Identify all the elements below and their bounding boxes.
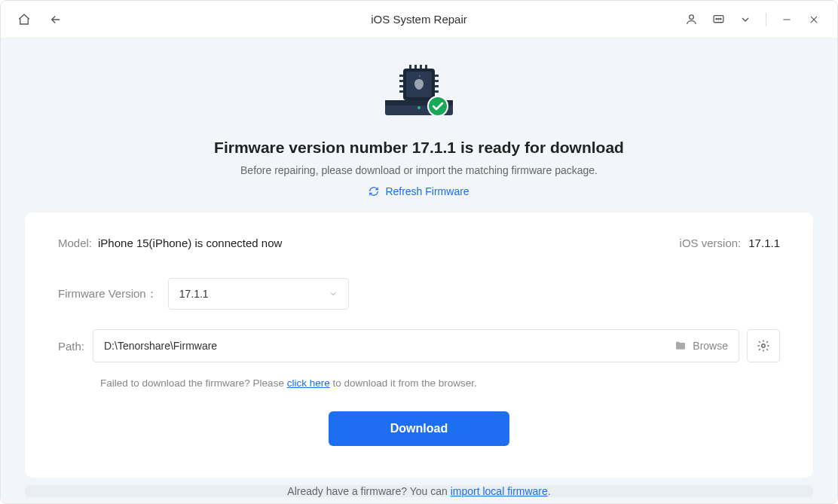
- path-label: Path:: [58, 340, 85, 353]
- svg-rect-22: [435, 80, 439, 82]
- svg-rect-19: [399, 85, 403, 87]
- divider: [766, 13, 766, 26]
- firmware-card: Model: iPhone 15(iPhone) is connected no…: [25, 212, 813, 478]
- svg-rect-21: [435, 75, 439, 77]
- chevron-down-icon: [329, 289, 338, 298]
- settings-button[interactable]: [747, 329, 780, 362]
- svg-rect-23: [435, 85, 439, 87]
- svg-rect-18: [399, 80, 403, 82]
- user-icon[interactable]: [684, 13, 698, 26]
- headline: Firmware version number 17.1.1 is ready …: [214, 139, 624, 157]
- subtext: Before repairing, please download or imp…: [240, 164, 598, 176]
- import-local-firmware-link[interactable]: import local firmware: [451, 485, 548, 497]
- firmware-version-select[interactable]: 17.1.1: [168, 278, 349, 310]
- minimize-icon[interactable]: [780, 13, 794, 26]
- svg-rect-13: [409, 65, 411, 69]
- model-value: iPhone 15(iPhone) is connected now: [98, 237, 282, 249]
- path-value: D:\Tenorshare\Firmware: [104, 340, 217, 352]
- folder-icon: [674, 340, 687, 352]
- svg-point-27: [762, 344, 766, 348]
- svg-rect-20: [399, 90, 403, 93]
- svg-rect-15: [420, 65, 422, 69]
- window-title: iOS System Repair: [371, 13, 467, 26]
- refresh-label: Refresh Firmware: [385, 185, 469, 197]
- close-icon[interactable]: [807, 13, 821, 26]
- svg-point-4: [720, 18, 720, 19]
- gear-icon: [757, 339, 770, 353]
- model-label: Model:: [58, 237, 92, 249]
- browse-button[interactable]: Browse: [674, 340, 728, 352]
- refresh-icon: [369, 186, 379, 197]
- download-button[interactable]: Download: [329, 411, 509, 446]
- firmware-version-label: Firmware Version：: [58, 287, 158, 301]
- ios-version-value: 17.1.1: [748, 237, 780, 249]
- svg-rect-17: [399, 75, 403, 77]
- device-illustration: [378, 61, 460, 128]
- back-icon[interactable]: [49, 13, 63, 26]
- svg-rect-14: [414, 65, 417, 69]
- click-here-link[interactable]: click here: [287, 377, 330, 389]
- home-icon[interactable]: [17, 13, 31, 26]
- path-input[interactable]: D:\Tenorshare\Firmware Browse: [93, 329, 739, 362]
- svg-point-10: [417, 106, 421, 109]
- firmware-version-value: 17.1.1: [179, 288, 209, 300]
- svg-point-0: [689, 15, 693, 20]
- svg-point-2: [715, 18, 716, 19]
- download-hint: Failed to download the firmware? Please …: [100, 377, 780, 389]
- dropdown-icon[interactable]: [739, 13, 752, 26]
- svg-point-3: [717, 18, 718, 19]
- feedback-icon[interactable]: [711, 13, 725, 26]
- svg-rect-24: [435, 90, 439, 93]
- browse-label: Browse: [693, 340, 728, 352]
- svg-point-26: [429, 97, 447, 115]
- ios-version-label: iOS version:: [680, 237, 742, 249]
- import-bar: Already have a firmware? You can import …: [25, 485, 813, 497]
- svg-rect-16: [425, 65, 427, 69]
- refresh-firmware-link[interactable]: Refresh Firmware: [369, 185, 469, 197]
